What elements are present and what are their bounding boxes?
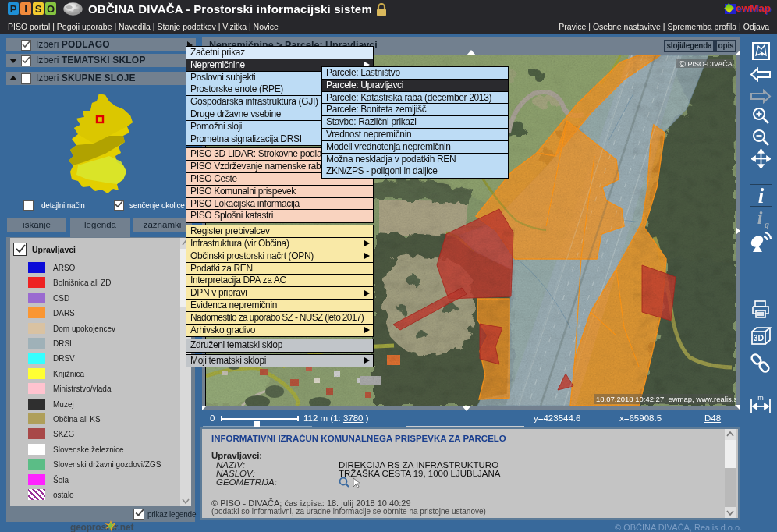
svg-text:g: g bbox=[764, 219, 769, 229]
svg-text:3D: 3D bbox=[754, 333, 765, 342]
svg-text:18.07.2018 10:42:27, ewmap, ww: 18.07.2018 10:42:27, ewmap, www.realis.s… bbox=[596, 395, 736, 403]
svg-text:i: i bbox=[757, 184, 764, 207]
svg-text:m: m bbox=[757, 394, 764, 402]
svg-text:ⓒ PISO-DIVAČA: ⓒ PISO-DIVAČA bbox=[679, 60, 733, 68]
svg-text:i: i bbox=[757, 207, 762, 228]
